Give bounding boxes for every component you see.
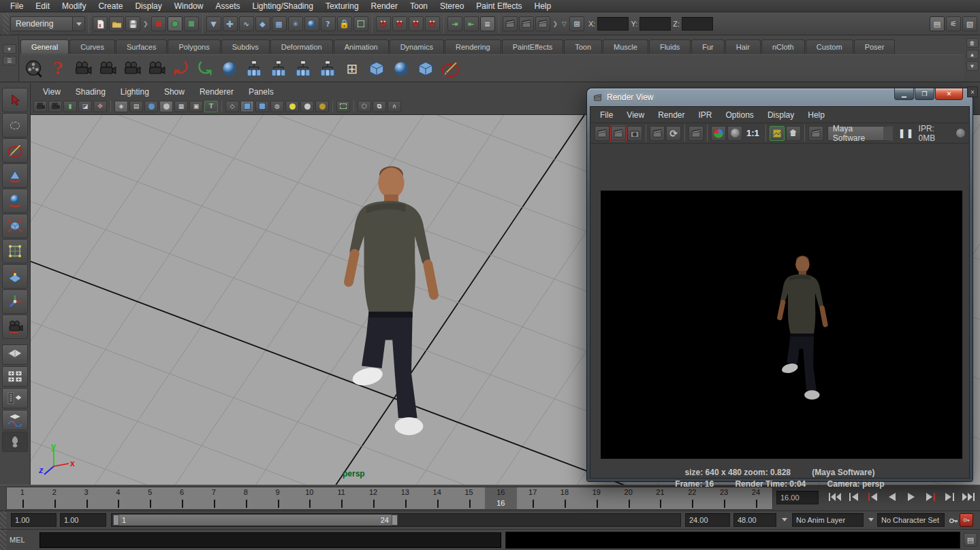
remove-image-button[interactable]: 🗑 [786,126,801,141]
ipr-render-button[interactable] [650,126,665,141]
timeline-frame-13[interactable]: 13 [390,487,422,509]
menubar-item[interactable]: File [4,0,29,12]
group-button[interactable] [242,57,266,80]
film-gate-icon[interactable]: ▤ [129,101,143,112]
render-current-frame-button[interactable] [503,16,518,31]
safe-title-icon[interactable]: T [204,101,218,112]
help-button[interactable]: ? [46,57,69,80]
menubar-item[interactable]: Help [528,0,558,12]
menubar-item[interactable]: Lighting/Shading [246,0,319,12]
anim-layer-dropdown-icon[interactable] [782,518,787,521]
timeline-frame-17[interactable]: 17 [517,487,549,509]
soft-modification-tool-button[interactable] [2,264,28,289]
cmdline-grip[interactable] [0,530,6,550]
menubar-item[interactable]: Paint Effects [470,0,528,12]
universal-manipulator-button[interactable] [2,239,28,263]
step-forward-key-button[interactable] [921,489,938,504]
menubar-item[interactable]: Assets [209,0,246,12]
timeline-frame-9[interactable]: 9 [262,487,294,509]
show-manipulator-tool-button[interactable] [2,289,28,314]
playblast-reel-button[interactable] [22,57,45,80]
playback-range-bar[interactable]: 1 24 [113,515,398,525]
gate-mask-icon[interactable] [159,101,173,112]
snap-magnet-3-icon[interactable] [409,16,424,31]
snap-magnet-2-icon[interactable] [392,16,407,31]
new-scene-button[interactable] [93,16,108,31]
rangebar-grip[interactable] [0,511,6,528]
shelf-tab[interactable]: Poser [854,39,896,54]
shelf-item-menu-icon[interactable]: ☰ [3,56,16,65]
tool-settings-toggle[interactable]: ⚟ [946,16,961,31]
shelf-tab[interactable]: Animation [334,39,389,54]
render-view-menu-item[interactable]: Render [651,110,691,120]
range-start-handle[interactable] [113,515,119,525]
auto-keyframe-toggle[interactable] [960,513,973,527]
range-track[interactable]: 1 24 [111,513,681,527]
scale-tool-button[interactable] [2,214,28,238]
shelf-tab[interactable]: Deformation [270,39,333,54]
viewport-character-model[interactable] [327,163,451,458]
shelf-tab[interactable]: Curves [69,39,115,54]
shelf-tab[interactable]: Hair [725,39,761,54]
animation-start-input[interactable]: 1.00 [11,513,57,527]
wireframe-on-shaded-icon[interactable]: ⬡ [358,101,371,112]
last-tool-used-button[interactable] [2,314,28,339]
camera-dolly-button[interactable] [120,57,143,80]
alpha-channel-button[interactable] [727,126,742,141]
parent-button[interactable] [267,57,290,80]
absolute-transform-icon[interactable]: ⊞ [569,16,584,31]
shelf-tab[interactable]: Fluids [649,39,691,54]
hypergraph-button[interactable]: ⊞ [341,57,364,80]
duplicate-button[interactable] [365,57,388,80]
go-to-end-button[interactable] [960,489,977,504]
snap-to-view-planes-button[interactable]: ✳ [288,16,303,31]
keep-image-button[interactable] [770,126,785,141]
open-render-settings-button[interactable] [808,126,823,141]
pan-zoom-icon[interactable]: ✥ [93,101,107,112]
timeline-frame-6[interactable]: 6 [166,487,198,509]
menubar-item[interactable]: Toon [404,0,434,12]
shelf-tab[interactable]: Custom [806,39,853,54]
move-tool-button[interactable] [2,163,28,188]
menubar-item[interactable]: Texturing [319,0,365,12]
animation-end-input[interactable]: 48.00 [733,513,776,527]
menu-set-selector[interactable]: Rendering [10,16,85,31]
make-live-button[interactable] [304,16,319,31]
command-input[interactable] [39,532,501,548]
channel-box-toggle[interactable]: ▧ [962,16,977,31]
shelf-tab[interactable]: Muscle [603,39,648,54]
redo-button[interactable]: ⤿ [193,57,217,80]
menubar-item[interactable]: Display [129,0,168,12]
shelf-tab-menu-icon[interactable]: ▼ [3,44,16,54]
playback-start-input[interactable]: 1.00 [60,513,106,527]
select-hierarchy-mode-button[interactable] [151,16,166,31]
render-region-button[interactable] [689,126,704,141]
render-settings-button[interactable] [535,16,550,31]
shelf-tab[interactable]: Fur [691,39,725,54]
viewport-menu-item[interactable]: View [36,86,67,98]
bookmark-icon[interactable]: ▮ [63,101,77,112]
wireframe-display-icon[interactable]: ◇ [225,101,239,112]
z-coordinate-input[interactable] [682,17,713,31]
viewport-menu-item[interactable]: Renderer [193,86,240,98]
smooth-shade-display-icon[interactable] [240,101,254,112]
xray-joints-icon[interactable]: ⑃ [388,101,401,112]
unparent-button[interactable] [316,57,339,80]
ipr-render-button[interactable] [519,16,534,31]
select-component-mode-button[interactable] [184,16,199,31]
xray-display-icon[interactable]: ⧉ [373,101,386,112]
render-view-menu-item[interactable]: Help [801,110,832,120]
shelf-tab[interactable]: Surfaces [116,39,167,54]
x-coordinate-input[interactable] [597,17,629,31]
input-connections-button[interactable]: ⇥ [447,16,462,31]
timeline-frame-5[interactable]: 5 [134,487,166,509]
render-current-frame-button[interactable] [595,126,610,141]
timeline-frame-3[interactable]: 3 [71,487,103,509]
shelf-scroll-down-icon[interactable]: ▼ [966,61,979,71]
shelf-tab[interactable]: Dynamics [390,39,444,54]
step-forward-frame-button[interactable] [941,489,958,504]
shelf-tab[interactable]: nCloth [761,39,805,54]
paint-selection-tool-button[interactable] [2,138,28,163]
timeline-frame-1[interactable]: 1 [7,487,39,509]
render-view-titlebar[interactable]: Render View ▁ ❐ ✕ [587,88,973,106]
